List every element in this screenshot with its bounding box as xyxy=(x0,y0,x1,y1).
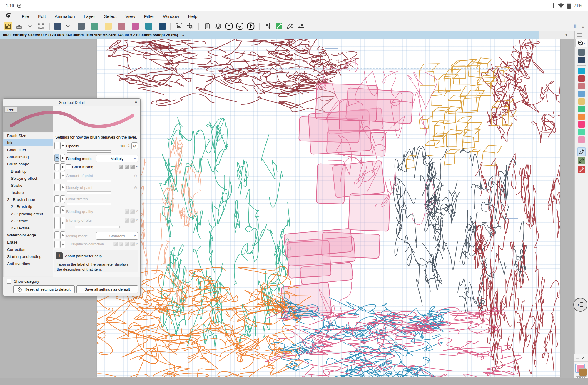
amount-of-paint-slider[interactable] xyxy=(67,180,111,182)
palette-swatch-1-4[interactable] xyxy=(578,98,585,105)
blending-mode-dropdown[interactable]: Multiply˅ xyxy=(96,155,138,162)
expand-row-icon[interactable] xyxy=(60,142,65,149)
chevron-down-icon[interactable]: ˅ xyxy=(136,209,138,214)
menu-layer[interactable]: Layer xyxy=(84,14,95,19)
category-brush-size[interactable]: Brush Size xyxy=(3,132,53,139)
opacity-slider[interactable] xyxy=(67,150,111,153)
category-2-brush-shape[interactable]: 2 - Brush shape xyxy=(3,196,53,203)
blending-mode-label[interactable]: Blending mode xyxy=(66,156,92,161)
color-stretch-label[interactable]: Color stretch xyxy=(66,197,88,201)
document-tab[interactable]: 002 February Sketch 00* (170.00 x 240.00… xyxy=(0,31,539,39)
toolbar-overflow-icon[interactable]: » xyxy=(582,24,584,29)
category-2-brush-tip[interactable]: 2 - Brush tip xyxy=(3,203,53,210)
history-color-swatch-1[interactable] xyxy=(78,23,85,30)
dynamics-button[interactable] xyxy=(54,231,59,239)
clip-studio-logo-icon[interactable] xyxy=(5,13,13,20)
mixing-mode-label[interactable]: Mixing mode xyxy=(66,234,88,238)
category-2-stroke[interactable]: 2 - Stroke xyxy=(3,217,53,224)
sub-tool-chevron-icon[interactable]: ▾ xyxy=(584,41,585,45)
color-stretch-slider[interactable] xyxy=(67,203,111,205)
quality-icon-1[interactable] xyxy=(125,209,129,214)
palette-swatch-1-0[interactable] xyxy=(578,68,585,74)
settings-sliders-button[interactable] xyxy=(297,22,305,30)
visibility-eye-icon[interactable] xyxy=(54,154,59,162)
menu-select[interactable]: Select xyxy=(104,14,116,19)
category-2-spraying-effect[interactable]: 2 - Spraying effect xyxy=(3,210,53,217)
sub-color-swatch[interactable] xyxy=(579,368,587,376)
expand-palette-button[interactable]: ‹ xyxy=(573,298,587,312)
expand-row-icon[interactable] xyxy=(60,206,65,214)
fit-to-screen-button[interactable] xyxy=(4,22,12,30)
layers-button[interactable] xyxy=(214,22,222,30)
expand-row-icon[interactable] xyxy=(60,195,65,203)
sub-tool-select-button[interactable]: ▾ xyxy=(575,39,587,47)
palette-swatch-0-1[interactable] xyxy=(578,57,585,63)
amount-of-paint-label[interactable]: Amount of paint xyxy=(66,174,93,178)
mix-type-icon-3[interactable] xyxy=(130,165,135,169)
menu-edit[interactable]: Edit xyxy=(38,14,46,19)
no-dynamics-button[interactable]: ⊘ xyxy=(131,142,138,149)
chevron-down-icon[interactable]: ˅ xyxy=(136,165,138,169)
category-2-texture[interactable]: 2 - Texture xyxy=(3,224,53,231)
chevron-down-icon[interactable]: ˅ xyxy=(136,242,138,246)
mix-type-icon-1[interactable] xyxy=(119,165,123,169)
brightness-icon-2[interactable] xyxy=(119,242,123,246)
dynamics-button[interactable] xyxy=(54,163,59,171)
color-mixing-checkbox[interactable] xyxy=(66,164,71,169)
dock-panel-icon[interactable]: ⊪ xyxy=(574,24,578,29)
category-erase[interactable]: Erase xyxy=(3,239,53,246)
menu-animation[interactable]: Animation xyxy=(55,14,75,19)
dynamics-button[interactable] xyxy=(54,142,59,149)
camera-capture-button[interactable] xyxy=(175,22,183,30)
dynamics-button[interactable] xyxy=(54,172,59,179)
palette-swatch-1-3[interactable] xyxy=(578,91,585,97)
expand-row-icon[interactable] xyxy=(60,241,65,248)
blur-icon-1[interactable] xyxy=(125,218,129,223)
palette-swatch-1-5[interactable] xyxy=(578,106,585,112)
mixing-mode-dropdown[interactable]: Standard˅ xyxy=(96,232,138,240)
history-color-swatch-7[interactable] xyxy=(159,23,166,30)
expand-row-icon[interactable] xyxy=(60,184,65,191)
expand-row-icon[interactable] xyxy=(60,154,65,162)
import-button[interactable] xyxy=(15,22,23,30)
category-color-jitter[interactable]: Color Jitter xyxy=(3,146,53,153)
reset-all-settings-button[interactable]: Reset all settings to default xyxy=(13,285,75,293)
mini-panel-pen-icon[interactable] xyxy=(581,355,585,361)
category-brush-shape[interactable]: Brush shape xyxy=(3,161,53,168)
palette-swatch-1-6[interactable] xyxy=(578,114,585,120)
expand-row-icon[interactable] xyxy=(60,231,65,239)
palette-swatch-1-7[interactable] xyxy=(578,121,585,128)
history-color-chevron-icon[interactable] xyxy=(64,22,72,30)
dynamics-button[interactable] xyxy=(54,184,59,191)
device-preview-button[interactable] xyxy=(203,22,211,30)
dynamics-button[interactable] xyxy=(54,195,59,203)
expand-row-icon[interactable] xyxy=(60,172,65,179)
menu-window[interactable]: Window xyxy=(163,14,179,19)
quality-icon-2[interactable] xyxy=(130,209,135,214)
menu-filter[interactable]: Filter xyxy=(144,14,154,19)
color-mixing-label[interactable]: Color mixing xyxy=(72,165,93,169)
expand-row-icon[interactable] xyxy=(60,163,65,171)
density-of-paint-label[interactable]: Density of paint xyxy=(66,185,93,190)
document-page[interactable] xyxy=(96,39,561,377)
category-spraying-effect[interactable]: Spraying effect xyxy=(3,175,53,182)
brush-settings-button[interactable] xyxy=(286,22,294,30)
dynamics-button[interactable] xyxy=(54,217,59,229)
sidebar-menu-icon[interactable] xyxy=(577,33,588,38)
dynamics-button[interactable] xyxy=(54,206,59,214)
show-category-checkbox[interactable] xyxy=(7,279,11,284)
close-icon[interactable]: × xyxy=(135,99,137,105)
pen-pressure-button[interactable] xyxy=(275,22,283,30)
category-brush-tip[interactable]: Brush tip xyxy=(3,168,53,175)
publish-button[interactable] xyxy=(247,22,255,30)
history-color-swatch-2[interactable] xyxy=(91,23,98,30)
menu-view[interactable]: View xyxy=(126,14,135,19)
category-anti-aliasing[interactable]: Anti-aliasing xyxy=(3,154,53,161)
palette-swatch-0-0[interactable] xyxy=(578,49,585,56)
chevron-down-icon[interactable]: ˅ xyxy=(136,218,138,222)
brightness-icon-1[interactable] xyxy=(113,242,118,246)
menu-help[interactable]: Help xyxy=(188,14,197,19)
blur-icon-2[interactable] xyxy=(130,218,135,223)
opacity-label[interactable]: Opacity xyxy=(66,144,79,148)
save-all-settings-button[interactable]: Save all settings as default xyxy=(76,285,138,293)
